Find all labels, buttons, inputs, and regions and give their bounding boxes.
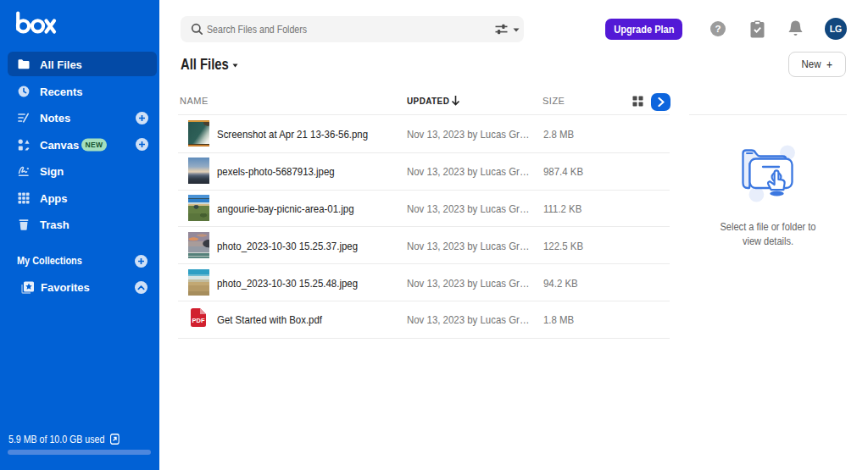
svg-text:PDF: PDF <box>192 317 205 324</box>
svg-text:?: ? <box>715 24 721 34</box>
